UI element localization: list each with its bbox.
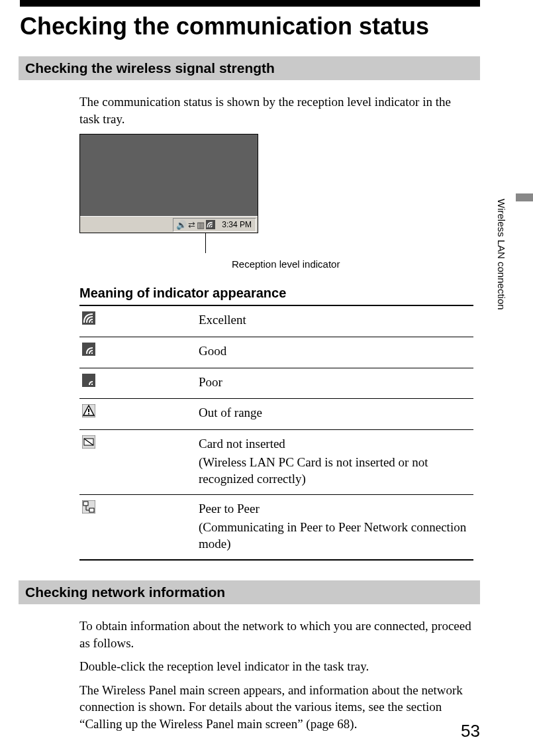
page-top-bar: [20, 0, 480, 7]
tasktray-figure: 🔊 ⇄ ▥ 3:34 PM: [79, 134, 258, 233]
system-tray: 🔊 ⇄ ▥ 3:34 PM: [173, 218, 256, 232]
svg-rect-2: [91, 321, 93, 323]
body-text: The Wireless Panel main screen appears, …: [79, 682, 473, 733]
taskbar: 🔊 ⇄ ▥ 3:34 PM: [80, 216, 258, 233]
body-text: Double-click the reception level indicat…: [79, 658, 473, 675]
link-icon: ⇄: [188, 221, 195, 229]
indicator-label: Poor: [199, 374, 473, 391]
indicator-table: Excellent Good: [79, 305, 473, 560]
page-number: 53: [461, 721, 480, 741]
clock: 3:34 PM: [222, 220, 252, 229]
svg-rect-4: [91, 352, 93, 354]
svg-rect-15: [83, 502, 88, 506]
svg-rect-10: [88, 413, 89, 415]
signal-excellent-icon: [82, 311, 95, 325]
subheading-meaning: Meaning of indicator appearance: [79, 286, 473, 301]
section-heading-network: Checking network information: [19, 580, 480, 604]
signal-good-icon: [82, 343, 95, 356]
indicator-label: Card not inserted: [199, 435, 473, 453]
svg-rect-16: [89, 508, 94, 512]
table-row: Card not inserted (Wireless LAN PC Card …: [79, 430, 473, 495]
table-row: Good: [79, 337, 473, 368]
svg-rect-6: [91, 384, 93, 385]
section-heading-signal: Checking the wireless signal strength: [19, 56, 480, 80]
body-text: To obtain information about the network …: [79, 618, 473, 651]
indicator-label: Peer to Peer: [199, 500, 473, 517]
indicator-label: Good: [199, 343, 473, 360]
page-title: Checking the communication status: [20, 12, 480, 40]
out-of-range-icon: [82, 404, 95, 417]
side-tab-label: Wireless LAN connection: [496, 199, 507, 310]
table-row: Out of range: [79, 399, 473, 430]
indicator-label: Out of range: [199, 404, 473, 421]
indicator-label: Excellent: [199, 311, 473, 329]
svg-rect-9: [88, 409, 89, 412]
table-row: Peer to Peer (Communicating in Peer to P…: [79, 495, 473, 559]
peer-to-peer-icon: [82, 500, 95, 513]
intro-text: The communication status is shown by the…: [79, 93, 473, 127]
side-tab: Wireless LAN connection: [496, 199, 509, 358]
reception-level-indicator-icon[interactable]: [206, 220, 215, 229]
table-row: Excellent: [79, 306, 473, 337]
indicator-sublabel: (Communicating in Peer to Peer Network c…: [199, 519, 473, 553]
signal-poor-icon: [82, 374, 95, 387]
callout: [79, 237, 258, 258]
callout-label: Reception level indicator: [232, 258, 533, 270]
card-not-inserted-icon: [82, 435, 95, 449]
card-icon: ▥: [197, 221, 205, 229]
table-row: Poor: [79, 368, 473, 400]
volume-icon: 🔊: [176, 221, 187, 229]
indicator-sublabel: (Wireless LAN PC Card is not inserted or…: [199, 454, 473, 488]
